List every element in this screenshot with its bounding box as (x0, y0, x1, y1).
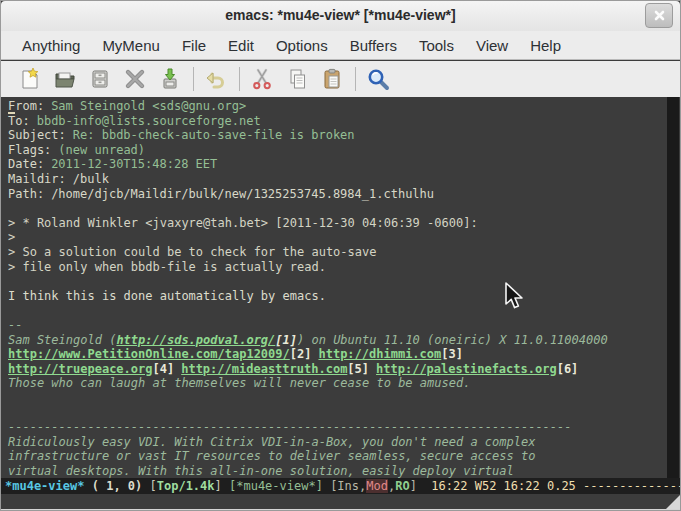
menu-help[interactable]: Help (519, 34, 572, 57)
menu-anything[interactable]: Anything (11, 34, 91, 57)
header-value: /home/djcb/Maildir/bulk/new/1325253745.8… (51, 187, 434, 201)
blank-line (8, 303, 660, 318)
window-title: emacs: *mu4e-view* [*mu4e-view*] (1, 7, 680, 23)
menu-file[interactable]: File (171, 34, 217, 57)
link-dhimmi[interactable]: http://dhimmi.com (318, 347, 441, 361)
save-icon (88, 67, 112, 91)
header-subject: Subject:Re: bbdb-check-auto-save-file is… (8, 128, 660, 143)
quoted-line: > * Roland Winkler <jvaxyre@tah.bet> [20… (8, 216, 660, 231)
header-value: (new unread) (58, 143, 145, 157)
quoted-line: > So a solution could be to check for th… (8, 245, 660, 260)
mu4e-view-buffer[interactable]: From:Sam Steingold <sds@gnu.org> To:bbdb… (1, 97, 680, 478)
toolbar-separator (355, 67, 356, 91)
save-button[interactable] (85, 65, 115, 93)
header-value: Re: bbdb-check-auto-save-file is broken (73, 128, 355, 142)
header-maildir: Maildir:/bulk (8, 172, 660, 187)
link-ref: [3] (441, 347, 463, 361)
undo-button[interactable] (201, 65, 231, 93)
cut-icon (250, 67, 274, 91)
cut-button[interactable] (247, 65, 277, 93)
close-buffer-icon (123, 67, 147, 91)
modeline-bracket: [ (150, 479, 157, 493)
header-label: Flags: (8, 143, 51, 157)
body-line: I think this is done automatically by em… (8, 289, 660, 304)
close-button[interactable] (645, 3, 673, 28)
modeline-buffer-ref: [*mu4e-view*] (229, 479, 323, 493)
modeline-scroll-position: Top/1.4k (157, 479, 215, 493)
search-button[interactable] (363, 65, 393, 93)
modeline-dashes: ----------------- (583, 479, 680, 493)
modeline-flags: [Ins, (323, 479, 366, 493)
vertical-scrollbar[interactable] (667, 97, 679, 478)
import-button[interactable] (155, 65, 185, 93)
text-cursor (8, 112, 15, 114)
sig-text: Sam Steingold ( (8, 333, 116, 347)
signature-quote: Those who can laugh at themselves will n… (8, 376, 660, 391)
modeline-bracket: ] (215, 479, 229, 493)
menu-mymenu[interactable]: MyMenu (91, 34, 171, 57)
blank-line (8, 274, 660, 289)
toolbar-separator (193, 67, 194, 91)
modeline-modified-flag: Mod (366, 479, 388, 493)
footer-separator: ----------------------------------------… (8, 420, 660, 435)
signature-links-line: http://truepeace.org[4]http://mideasttru… (8, 362, 660, 377)
copy-button[interactable] (282, 65, 312, 93)
menu-bar: Anything MyMenu File Edit Options Buffer… (1, 31, 680, 60)
title-bar: emacs: *mu4e-view* [*mu4e-view*] (1, 1, 680, 32)
link-ref: [6] (557, 362, 579, 376)
signature-links-line: http://www.PetitionOnline.com/tap12009/[… (8, 347, 660, 362)
close-buffer-button[interactable] (120, 65, 150, 93)
link-truepeace[interactable]: http://truepeace.org (8, 362, 153, 376)
modeline-flags: ] (410, 479, 432, 493)
link-ref: [1] (275, 333, 297, 347)
header-value: Sam Steingold <sds@gnu.org> (51, 99, 246, 113)
menu-view[interactable]: View (465, 34, 519, 57)
footer-line: Ridiculously easy VDI. With Citrix VDI-i… (8, 435, 660, 450)
link-ref: [4] (153, 362, 175, 376)
header-to: To:bbdb-info@lists.sourceforge.net (8, 114, 660, 129)
close-icon (654, 10, 665, 21)
menu-buffers[interactable]: Buffers (339, 34, 408, 57)
header-value: bbdb-info@lists.sourceforge.net (37, 114, 261, 128)
new-file-button[interactable] (15, 65, 45, 93)
blank-line (8, 391, 660, 406)
modeline-position: ( 1, 0) (84, 479, 149, 493)
menu-edit[interactable]: Edit (217, 34, 265, 57)
header-label: Maildir: (8, 172, 66, 186)
header-label: Subject: (8, 128, 66, 142)
signature-line: Sam Steingold (http://sds.podval.org/[1]… (8, 333, 660, 348)
link-ref: [5] (347, 362, 369, 376)
tool-bar (1, 61, 680, 97)
undo-icon (204, 67, 228, 91)
modeline-flags: , (388, 479, 395, 493)
copy-icon (285, 67, 309, 91)
link-petitiononline[interactable]: http://www.PetitionOnline.com/tap12009/ (8, 347, 290, 361)
header-from: From:Sam Steingold <sds@gnu.org> (8, 99, 660, 114)
link-palestinefacts[interactable]: http://palestinefacts.org (376, 362, 557, 376)
link-ref: [2] (290, 347, 312, 361)
header-value: 2011-12-30T15:48:28 EET (51, 157, 217, 171)
import-icon (158, 67, 182, 91)
header-path: Path:/home/djcb/Maildir/bulk/new/1325253… (8, 187, 660, 202)
paste-icon (320, 67, 344, 91)
header-label: Date: (8, 157, 44, 171)
menu-options[interactable]: Options (265, 34, 339, 57)
toolbar-separator (239, 67, 240, 91)
open-folder-icon (53, 67, 77, 91)
header-date: Date:2011-12-30T15:48:28 EET (8, 157, 660, 172)
modeline-time-info: 16:22 W52 16:22 0.25 (431, 479, 583, 493)
quoted-line: > file only when bbdb-file is actually r… (8, 260, 660, 275)
link-mideasttruth[interactable]: http://mideasttruth.com (181, 362, 347, 376)
resize-grip-icon[interactable] (666, 495, 680, 509)
modeline-readonly-flag: RO (395, 479, 409, 493)
blank-line (8, 201, 660, 216)
link-sds-podval[interactable]: http://sds.podval.org/ (116, 333, 275, 347)
header-label: To: (8, 114, 30, 128)
echo-area[interactable] (1, 494, 680, 511)
footer-line: virtual desktops. With this all-in-one s… (8, 464, 660, 478)
open-button[interactable] (50, 65, 80, 93)
mode-line: *mu4e-view* ( 1, 0) [Top/1.4k] [*mu4e-vi… (1, 478, 680, 494)
modeline-buffer-name: *mu4e-view* (5, 479, 84, 493)
paste-button[interactable] (317, 65, 347, 93)
menu-tools[interactable]: Tools (408, 34, 465, 57)
